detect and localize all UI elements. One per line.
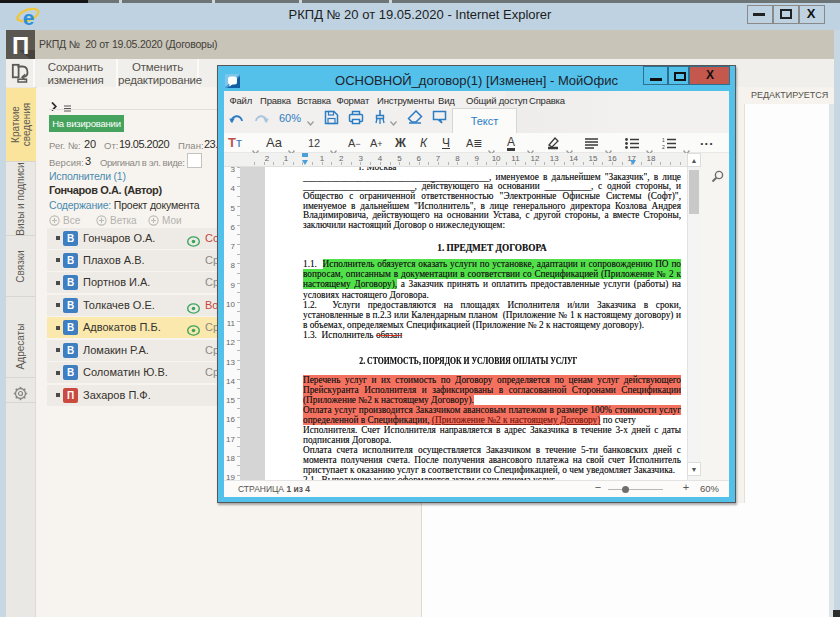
svg-text:1: 1	[662, 138, 665, 143]
svg-text:2: 2	[662, 144, 665, 149]
svg-text:П: П	[12, 32, 29, 59]
